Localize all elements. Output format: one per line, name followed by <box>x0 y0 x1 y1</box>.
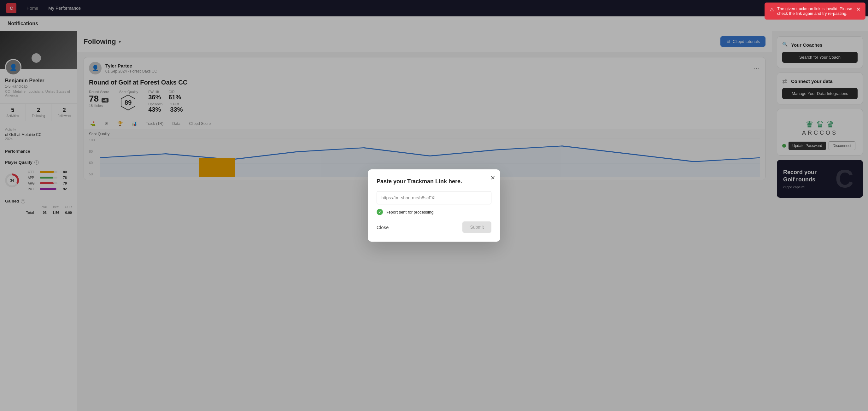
success-text: Report sent for processing <box>385 210 433 215</box>
modal-actions: Close Submit <box>377 221 491 233</box>
modal-success-message: ✓ Report sent for processing <box>377 209 491 215</box>
modal-close-button[interactable]: Close <box>377 225 389 230</box>
modal-close-x-button[interactable]: ✕ <box>491 175 495 181</box>
success-check-icon: ✓ <box>377 209 383 215</box>
error-banner: ⚠ The given trackman link is invalid. Pl… <box>765 2 866 20</box>
trackman-link-input[interactable] <box>377 191 491 204</box>
error-close-button[interactable]: ✕ <box>856 6 861 12</box>
error-message: The given trackman link is invalid. Plea… <box>777 6 853 16</box>
modal-submit-button[interactable]: Submit <box>462 221 491 233</box>
error-icon: ⚠ <box>770 7 774 12</box>
modal-title: Paste your Trackman Link here. <box>377 178 491 185</box>
modal-overlay[interactable]: ✕ Paste your Trackman Link here. ✓ Repor… <box>0 0 868 411</box>
trackman-modal: ✕ Paste your Trackman Link here. ✓ Repor… <box>368 169 500 242</box>
